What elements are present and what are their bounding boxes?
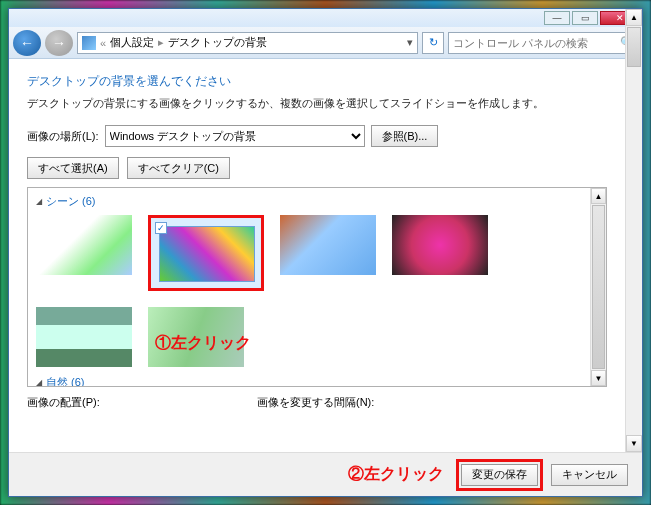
scroll-down-icon[interactable]: ▼	[626, 435, 642, 452]
wallpaper-thumbnail[interactable]	[392, 215, 488, 275]
annotation-1: ①左クリック	[155, 333, 251, 354]
window: — ▭ ✕ ← → « 個人設定 ▸ デスクトップの背景 ▾ ↻ 🔍 ▲ ▼ デ…	[8, 8, 643, 497]
chevron-right-icon: «	[100, 37, 106, 49]
cancel-button[interactable]: キャンセル	[551, 464, 628, 486]
annotation-highlight: 変更の保存	[456, 459, 543, 491]
chevron-right-icon: ▸	[158, 36, 164, 49]
search-box[interactable]: 🔍	[448, 32, 638, 54]
scroll-thumb[interactable]	[627, 27, 641, 67]
content-area: デスクトップの背景を選んでください デスクトップの背景にする画像をクリックするか…	[9, 59, 625, 452]
page-description: デスクトップの背景にする画像をクリックするか、複数の画像を選択してスライドショー…	[27, 96, 607, 111]
maximize-button[interactable]: ▭	[572, 11, 598, 25]
refresh-button[interactable]: ↻	[422, 32, 444, 54]
position-label: 画像の配置(P):	[27, 395, 257, 410]
wallpaper-thumbnail-selected[interactable]: ✓	[148, 215, 264, 291]
address-bar[interactable]: « 個人設定 ▸ デスクトップの背景 ▾	[77, 32, 418, 54]
scroll-up-icon[interactable]: ▲	[626, 9, 642, 26]
list-scrollbar[interactable]: ▲ ▼	[590, 188, 606, 386]
breadcrumb-item[interactable]: デスクトップの背景	[168, 35, 267, 50]
group-header-nature[interactable]: ◢ 自然 (6)	[36, 375, 586, 387]
checkbox-checked-icon[interactable]: ✓	[155, 222, 167, 234]
collapse-icon: ◢	[36, 378, 42, 387]
annotation-2: ②左クリック	[348, 464, 444, 485]
window-scrollbar[interactable]: ▲ ▼	[625, 9, 642, 452]
control-panel-icon	[82, 36, 96, 50]
save-button[interactable]: 変更の保存	[461, 464, 538, 486]
wallpaper-list: ◢ シーン (6) ✓ ◢ 自然 (6)	[27, 187, 607, 387]
group-header-scene[interactable]: ◢ シーン (6)	[36, 194, 586, 209]
interval-label: 画像を変更する間隔(N):	[257, 395, 374, 410]
wallpaper-thumbnail[interactable]	[36, 215, 132, 275]
back-button[interactable]: ←	[13, 30, 41, 56]
wallpaper-thumbnail[interactable]	[36, 307, 132, 367]
wallpaper-thumbnail[interactable]	[280, 215, 376, 275]
clear-all-button[interactable]: すべてクリア(C)	[127, 157, 230, 179]
collapse-icon: ◢	[36, 197, 42, 206]
page-heading: デスクトップの背景を選んでください	[27, 73, 607, 90]
search-input[interactable]	[449, 37, 617, 49]
forward-button: →	[45, 30, 73, 56]
location-select[interactable]: Windows デスクトップの背景	[105, 125, 365, 147]
navigation-bar: ← → « 個人設定 ▸ デスクトップの背景 ▾ ↻ 🔍	[9, 27, 642, 59]
location-label: 画像の場所(L):	[27, 129, 99, 144]
footer: ②左クリック 変更の保存 キャンセル	[9, 452, 642, 496]
scroll-down-icon[interactable]: ▼	[591, 370, 606, 386]
scroll-up-icon[interactable]: ▲	[591, 188, 606, 204]
select-all-button[interactable]: すべて選択(A)	[27, 157, 119, 179]
address-dropdown-icon[interactable]: ▾	[407, 36, 413, 49]
breadcrumb-item[interactable]: 個人設定	[110, 35, 154, 50]
scroll-thumb[interactable]	[592, 205, 605, 369]
browse-button[interactable]: 参照(B)...	[371, 125, 439, 147]
titlebar: — ▭ ✕	[9, 9, 642, 27]
minimize-button[interactable]: —	[544, 11, 570, 25]
